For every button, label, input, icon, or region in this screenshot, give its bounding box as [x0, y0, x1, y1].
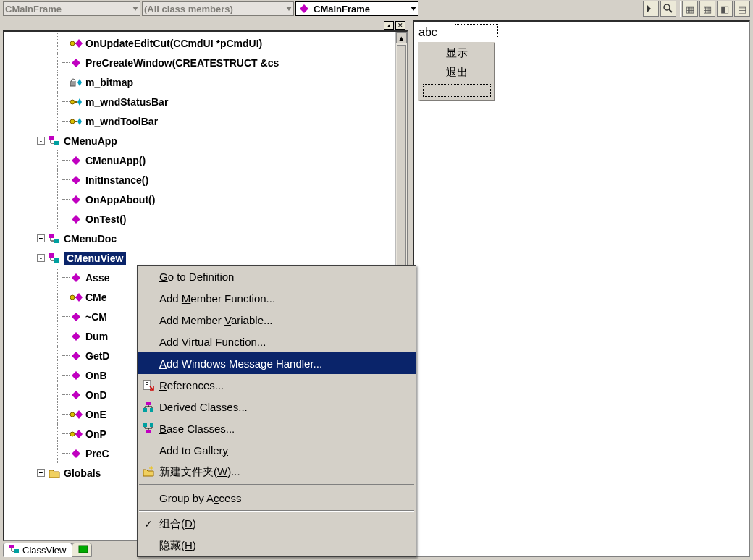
tree-label[interactable]: Globals [64, 467, 101, 479]
function-combo-text: CMainFrame [314, 4, 370, 14]
context-menu-item[interactable]: Derived Classes... [138, 396, 416, 417]
tree-row[interactable]: m_wndToolBar [4, 111, 395, 131]
toolbar-divider [678, 1, 681, 17]
expand-icon[interactable]: + [37, 234, 45, 242]
context-menu-item[interactable]: Go to Definition [138, 266, 416, 287]
collapse-icon[interactable]: - [37, 137, 45, 145]
menu-preview-item-1[interactable]: 退出 [420, 63, 494, 82]
tree-label[interactable]: m_bitmap [85, 77, 133, 88]
svg-marker-40 [72, 352, 80, 360]
tree-label[interactable]: Asse [85, 272, 109, 284]
tree-label[interactable]: OnUpdateEditCut(CCmdUI *pCmdUI) [85, 38, 262, 49]
tree-row[interactable]: m_wndStatusBar [4, 92, 395, 111]
pane-restore-button[interactable]: ▴ [384, 21, 394, 30]
method-icon [70, 389, 83, 401]
classview-tab-icon [9, 545, 20, 556]
tree-row[interactable]: InitInstance() [4, 170, 395, 190]
tree-label[interactable]: m_wndToolBar [85, 116, 158, 127]
tree-label[interactable]: OnD [85, 389, 107, 401]
tree-label[interactable]: PreCreateWindow(CREATESTRUCT &cs [85, 57, 279, 69]
context-menu-item[interactable]: Add Virtual Function... [138, 331, 416, 352]
toolbar-button-b[interactable]: ▦ [699, 1, 715, 17]
method-icon [70, 272, 83, 284]
toolbar-button-d[interactable]: ▤ [734, 1, 750, 17]
dropdown-arrow-icon [282, 7, 292, 11]
svg-marker-1 [286, 7, 292, 11]
tree-label[interactable]: OnB [85, 370, 107, 381]
tree-label[interactable]: OnAppAbout() [85, 194, 155, 205]
svg-marker-0 [132, 7, 138, 11]
svg-rect-10 [70, 82, 75, 86]
class-icon [48, 135, 61, 147]
context-menu-item[interactable]: 隐藏(H) [138, 535, 416, 556]
member-combo[interactable]: (All class members) [142, 1, 294, 16]
method-key-icon [70, 409, 83, 420]
tree-label[interactable]: GetD [85, 350, 109, 362]
tree-row[interactable]: OnUpdateEditCut(CCmdUI *pCmdUI) [4, 33, 395, 53]
other-tab[interactable] [72, 543, 92, 557]
class-combo[interactable]: CMainFrame [3, 1, 140, 16]
context-menu-item[interactable]: Add Member Variable... [138, 309, 416, 331]
var-key-icon [70, 116, 83, 127]
context-menu-item[interactable]: Add Member Function... [138, 287, 416, 309]
tree-row[interactable]: +CMenuDoc [4, 229, 395, 248]
toolbar-button-c[interactable]: ◧ [717, 1, 733, 17]
tree-label[interactable]: OnE [85, 409, 106, 420]
tree-row[interactable]: -CMenuApp [4, 131, 395, 150]
tree-row[interactable]: m_bitmap [4, 72, 395, 92]
tree-label[interactable]: InitInstance() [85, 174, 148, 186]
tree-label[interactable]: CMenuView [64, 252, 126, 265]
tree-label[interactable]: ~CM [85, 311, 107, 323]
expand-icon[interactable]: + [37, 469, 45, 477]
tree-label[interactable]: PreC [85, 448, 109, 459]
context-menu-separator [139, 510, 414, 512]
context-menu-item[interactable]: Add to Gallery [138, 439, 416, 461]
context-menu-label: Add Windows Message Handler... [156, 357, 322, 370]
tree-label[interactable]: OnP [85, 428, 106, 440]
menu-preview-item-0[interactable]: 显示 [420, 43, 494, 63]
context-menu-item[interactable]: ✓组合(D) [138, 513, 416, 535]
scroll-up-button[interactable]: ▴ [396, 32, 407, 43]
refs-icon [140, 379, 156, 391]
function-combo[interactable]: CMainFrame [295, 1, 418, 16]
tree-label[interactable]: CMenuApp [64, 135, 117, 147]
tree-row[interactable]: OnAppAbout() [4, 190, 395, 209]
tree-label[interactable]: CMe [85, 292, 107, 303]
tree-row[interactable]: PreCreateWindow(CREATESTRUCT &cs [4, 53, 395, 72]
context-menu-item[interactable]: 新建文件夹(W)... [138, 461, 416, 483]
class-icon [48, 253, 61, 264]
context-menu-label: Base Classes... [156, 423, 235, 435]
scroll-thumb[interactable] [397, 45, 406, 291]
context-menu-item[interactable]: References... [138, 374, 416, 396]
context-menu-item[interactable]: Add Windows Message Handler... [138, 352, 416, 374]
var-key-icon [70, 96, 83, 108]
newfolder-icon [140, 466, 156, 478]
context-menu-label: Group by Access [156, 492, 241, 504]
tree-row[interactable]: CMenuApp() [4, 150, 395, 170]
method-icon [70, 155, 83, 166]
svg-rect-56 [146, 382, 148, 383]
drag-rect-2[interactable] [423, 84, 491, 97]
toolbar-arrow-button[interactable] [643, 1, 659, 17]
context-menu-label: References... [156, 379, 224, 391]
classview-tab[interactable]: ClassView [3, 543, 72, 557]
context-menu[interactable]: Go to DefinitionAdd Member Function...Ad… [137, 265, 416, 557]
toolbar-button-a[interactable]: ▦ [682, 1, 698, 17]
svg-marker-34 [72, 273, 80, 282]
method-key-icon [70, 292, 83, 303]
tree-label[interactable]: m_wndStatusBar [85, 96, 168, 108]
tree-label[interactable]: Dum [85, 331, 108, 342]
svg-marker-45 [75, 410, 83, 419]
tree-label[interactable]: OnTest() [85, 213, 127, 225]
tree-row[interactable]: OnTest() [4, 209, 395, 229]
collapse-icon[interactable]: - [37, 254, 45, 262]
tree-label[interactable]: CMenuApp() [85, 155, 146, 166]
method-icon [70, 213, 83, 225]
toolbar-magnify-button[interactable] [660, 1, 676, 17]
pane-close-button[interactable]: ✕ [395, 21, 405, 30]
svg-rect-66 [150, 423, 153, 427]
tree-label[interactable]: CMenuDoc [64, 233, 117, 245]
context-menu-item[interactable]: Group by Access [138, 487, 416, 509]
context-menu-item[interactable]: Base Classes... [138, 417, 416, 439]
drag-rect-1[interactable] [455, 24, 498, 38]
